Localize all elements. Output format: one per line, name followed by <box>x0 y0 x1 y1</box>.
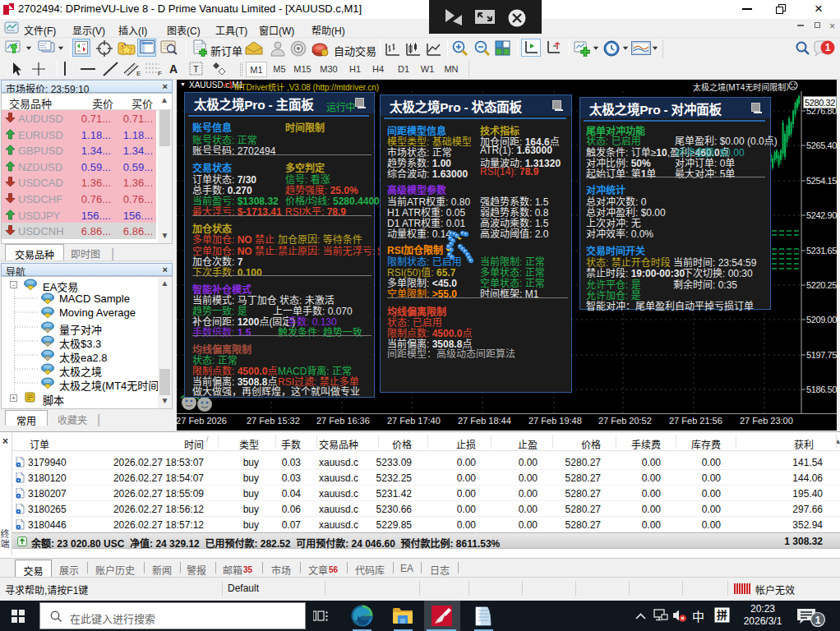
svg-text:F: F <box>158 70 162 76</box>
svg-text:1: 1 <box>815 615 821 626</box>
svg-text:T: T <box>193 64 199 74</box>
svg-text:1: 1 <box>825 42 831 53</box>
svg-text:E: E <box>136 70 141 76</box>
svg-text:拼: 拼 <box>717 609 727 621</box>
